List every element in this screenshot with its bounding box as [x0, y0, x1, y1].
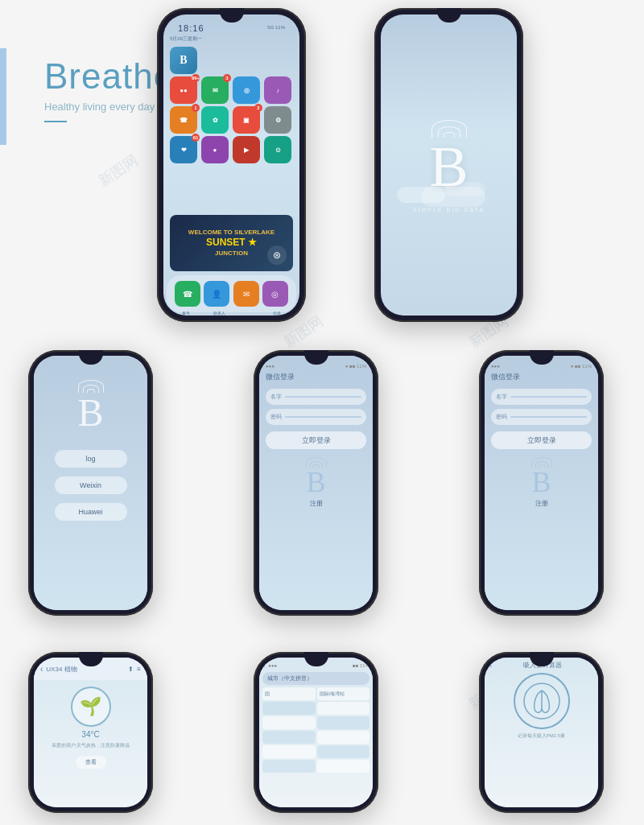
- lung-header: ‹ 吸入量计算器: [485, 658, 598, 673]
- message-dock-icon[interactable]: ✉: [233, 281, 259, 307]
- name-field[interactable]: 名字: [266, 389, 366, 405]
- col-header-2: 国际/海湾站: [317, 687, 370, 700]
- tagline: SIMPLE BIG DATA: [413, 207, 485, 212]
- name-field-r[interactable]: 名字: [491, 389, 592, 405]
- badge-1: 99+: [192, 74, 200, 82]
- login-b-letter: B: [306, 465, 325, 499]
- badge-5: 1: [192, 104, 200, 112]
- sunset-banner: WELCOME TO SILVERLAKE SUNSET ★ JUNCTION …: [170, 215, 293, 271]
- screen-home: 18:16 5G 11% 5月26三星期一 B ●● 99+ ✉ 3: [163, 14, 299, 316]
- dict-nav: ‹ ●●● ■■ 11%: [262, 661, 369, 670]
- huawei-button[interactable]: Huawei: [55, 503, 127, 521]
- login-title-center: 微信登录: [266, 372, 366, 382]
- login-btn-right[interactable]: 立即登录: [491, 431, 592, 449]
- app-3[interactable]: ◎: [233, 76, 260, 104]
- app-6[interactable]: ✿: [201, 106, 229, 134]
- login-screen-center: ●●● ● ■■ 11% 微信登录 名字 密码 立即登录 B: [259, 356, 373, 610]
- badge-7: 2: [254, 104, 262, 112]
- plant-desc: 亲爱的用户,天气炎热，注意防暑降温: [48, 742, 134, 749]
- dock-labels: 拨号 联系人 信息: [163, 311, 299, 316]
- register-link-right[interactable]: 注册: [491, 499, 592, 508]
- badge-2: 3: [223, 74, 231, 82]
- app-row-0: B: [170, 47, 293, 74]
- name-line-r: [510, 396, 587, 398]
- login-r-arc-3: [531, 457, 552, 468]
- weixin-button[interactable]: Weixin: [55, 476, 127, 494]
- app-5[interactable]: ☎ 1: [170, 106, 197, 134]
- b-logo-container: B SIMPLE BIG DATA: [381, 14, 517, 316]
- dict-row-1: [262, 702, 369, 715]
- home-screen-content: B log Weixin Huawei: [34, 356, 147, 610]
- screen-lung: ‹ 吸入量计算器 记录每天吸入PM2.5量: [485, 658, 598, 807]
- screen-dict: ‹ ●●● ■■ 11% 城市（中文拼音） 国 国际/海湾站: [259, 658, 373, 807]
- back-icon-dict[interactable]: ‹: [262, 661, 265, 670]
- login-r-signal: ●●●: [491, 364, 500, 369]
- brand-subtitle: Healthy living every day: [44, 100, 174, 114]
- app-10[interactable]: ●: [201, 136, 229, 163]
- login-r-status: ●●● ● ■■ 11%: [491, 364, 592, 369]
- status-right: 5G 11%: [267, 25, 285, 30]
- lung-subtitle: 记录每天吸入PM2.5量: [511, 732, 572, 740]
- app-11[interactable]: ▶: [233, 136, 260, 163]
- plant-icon: 🌱: [80, 696, 101, 717]
- plant-temp: 34°C: [81, 730, 99, 739]
- login-arc-3: [306, 457, 327, 468]
- date-display: 5月26三星期一: [170, 35, 202, 43]
- contacts-dock-icon[interactable]: 👤: [204, 281, 229, 307]
- dict-cell-4-1: [262, 745, 316, 758]
- col-header-1: 国: [262, 687, 316, 700]
- lung-title: 吸入量计算器: [492, 661, 593, 670]
- menu-icon-plant[interactable]: ≡: [137, 666, 141, 673]
- sunset-text: WELCOME TO SILVERLAKE SUNSET ★ JUNCTION: [188, 229, 275, 258]
- phone-top-right: B SIMPLE BIG DATA: [374, 8, 523, 322]
- dict-cell-2-1: [262, 716, 316, 729]
- password-field[interactable]: 密码: [266, 409, 366, 425]
- plant-action-btn[interactable]: 查看: [76, 756, 106, 769]
- app-9[interactable]: ❤ 61: [170, 136, 197, 163]
- time-display: 18:16: [178, 23, 204, 33]
- login-signal-arcs: [304, 456, 328, 468]
- login-btn-center[interactable]: 立即登录: [266, 431, 366, 449]
- app-row-2: ☎ 1 ✿ ▣ 2 ⚙: [170, 106, 293, 134]
- password-input-line: [285, 416, 361, 418]
- app-7[interactable]: ▣ 2: [233, 106, 260, 134]
- brand-title: Breathe: [44, 56, 174, 97]
- lung-circle: [514, 673, 570, 729]
- app-grid: B ●● 99+ ✉ 3 ◎ ♪: [170, 47, 293, 166]
- phone-top-left: 18:16 5G 11% 5月26三星期一 B ●● 99+ ✉ 3: [157, 8, 306, 322]
- dict-screen-content: ‹ ●●● ■■ 11% 城市（中文拼音） 国 国际/海湾站: [259, 658, 373, 807]
- dict-row-3: [262, 731, 369, 744]
- app-2[interactable]: ✉ 3: [201, 76, 229, 104]
- name-input-line: [285, 396, 361, 398]
- dict-cell-1-2: [317, 702, 370, 715]
- app-12[interactable]: ⊙: [264, 136, 291, 163]
- login-r-b-logo: B: [491, 456, 592, 499]
- name-label-r: 名字: [496, 393, 507, 401]
- phone-bot-left: ‹ UX34 植物 ⬆ ≡ 🌱 34°C 亲爱的用户,天气炎热，注意防暑降温 查…: [28, 652, 153, 813]
- password-field-r[interactable]: 密码: [491, 409, 592, 425]
- phone-mid-center: ●●● ● ■■ 11% 微信登录 名字 密码 立即登录 B: [254, 350, 378, 616]
- share-icon-plant[interactable]: ⬆: [128, 666, 134, 673]
- log-button[interactable]: log: [55, 450, 127, 468]
- screen-home-b: B log Weixin Huawei: [34, 356, 147, 610]
- dict-row-5: [262, 760, 369, 773]
- app-4[interactable]: ♪: [264, 76, 291, 104]
- phone-dock-icon[interactable]: ☎: [175, 281, 200, 307]
- screen-plant: ‹ UX34 植物 ⬆ ≡ 🌱 34°C 亲爱的用户,天气炎热，注意防暑降温 查…: [34, 658, 147, 807]
- password-label: 密码: [270, 413, 282, 421]
- bottom-dock: ☎ 👤 ✉ ◎: [167, 275, 296, 312]
- plant-content: 🌱 34°C 亲爱的用户,天气炎热，注意防暑降温 查看: [34, 680, 147, 775]
- browser-dock-icon[interactable]: ◎: [262, 281, 288, 307]
- app-1[interactable]: ●● 99+: [170, 76, 197, 104]
- login-b-logo: B: [266, 456, 366, 499]
- back-icon-plant[interactable]: ‹: [40, 665, 43, 674]
- phone-bot-right: ‹ 吸入量计算器 记录每天吸入PM2.5量: [479, 652, 604, 813]
- screen-splash: B SIMPLE BIG DATA: [381, 14, 517, 316]
- breathe-app-icon[interactable]: B: [170, 47, 197, 74]
- name-label: 名字: [270, 393, 282, 401]
- register-link-center[interactable]: 注册: [266, 499, 366, 508]
- app-8[interactable]: ⚙: [264, 106, 291, 134]
- plant-header: ‹ UX34 植物 ⬆ ≡: [34, 658, 147, 680]
- dict-status-left: ●●●: [268, 663, 277, 668]
- phone-mid-right: ●●● ● ■■ 11% 微信登录 名字 密码 立即登录 B: [479, 350, 604, 616]
